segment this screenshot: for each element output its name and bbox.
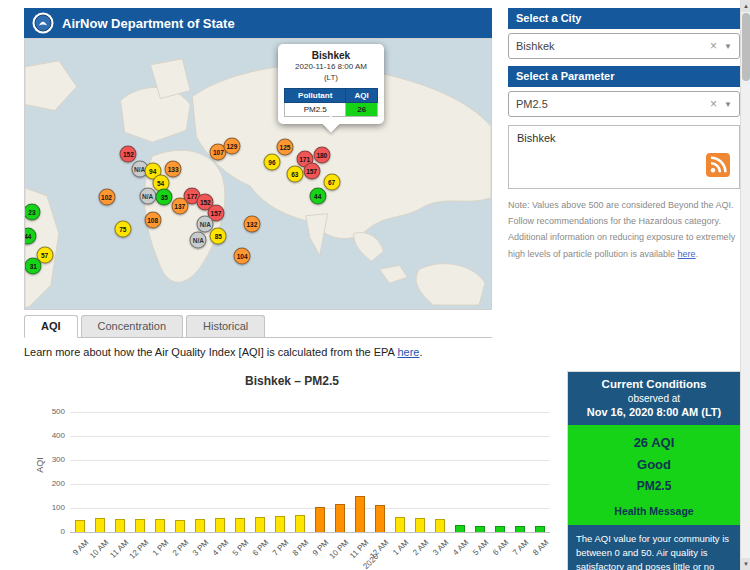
page-scrollbar[interactable]: ▲ ▼ bbox=[740, 0, 750, 570]
chart-bar[interactable] bbox=[435, 519, 445, 532]
aqi-map-marker[interactable]: N/A bbox=[190, 232, 207, 249]
aqi-map-marker[interactable]: 137 bbox=[171, 198, 188, 215]
city-select[interactable]: Bishkek × ▼ bbox=[508, 33, 740, 59]
x-tick-label: 11 PM bbox=[348, 538, 370, 560]
page-title: AirNow Department of State bbox=[62, 16, 235, 31]
x-tick-label: 5 AM bbox=[471, 538, 490, 557]
parameter-select-value: PM2.5 bbox=[516, 98, 710, 110]
chart-bar[interactable] bbox=[535, 526, 545, 532]
chart-bar[interactable] bbox=[235, 518, 245, 532]
chart-bar[interactable] bbox=[115, 519, 125, 532]
aqi-map-marker[interactable]: 152 bbox=[120, 145, 137, 162]
x-tick-label: 1 AM bbox=[391, 538, 410, 557]
aqi-map-marker[interactable]: 44 bbox=[309, 187, 326, 204]
chart-bar[interactable] bbox=[215, 518, 225, 532]
aqi-map-marker[interactable]: 108 bbox=[144, 211, 161, 228]
x-tick-label: 11 AM bbox=[108, 538, 130, 560]
popup-aqi-table: Pollutant AQI PM2.5 26 bbox=[284, 88, 378, 117]
y-gridline bbox=[70, 436, 550, 437]
aqi-map-marker[interactable]: 133 bbox=[165, 160, 182, 177]
aqi-map-marker[interactable]: 63 bbox=[286, 166, 303, 183]
aqi-map-marker[interactable]: 104 bbox=[234, 248, 251, 265]
scroll-down-icon[interactable]: ▼ bbox=[741, 558, 750, 570]
y-tick-label: 200 bbox=[52, 479, 65, 488]
tab-aqi[interactable]: AQI bbox=[24, 315, 78, 338]
tab-concentration[interactable]: Concentration bbox=[81, 315, 184, 337]
y-gridline bbox=[70, 412, 550, 413]
chart-bar[interactable] bbox=[95, 518, 105, 532]
chart-bar[interactable] bbox=[355, 496, 365, 532]
chart-bar[interactable] bbox=[415, 518, 425, 532]
x-tick-label: 7 AM bbox=[511, 538, 530, 557]
y-gridline bbox=[70, 508, 550, 509]
rss-icon[interactable] bbox=[706, 153, 730, 177]
chart-bar[interactable] bbox=[335, 504, 345, 532]
chart-bar[interactable] bbox=[395, 517, 405, 532]
x-tick-label: 4 AM bbox=[451, 538, 470, 557]
chart-plot: 01002003004005009 AM10 AM11 AM12 PM1 PM2… bbox=[70, 400, 550, 532]
y-gridline bbox=[70, 460, 550, 461]
scrollbar-thumb[interactable] bbox=[742, 13, 750, 81]
chart-bar[interactable] bbox=[495, 526, 505, 532]
epa-link[interactable]: here bbox=[397, 346, 419, 358]
x-tick-label: 3 AM bbox=[431, 538, 450, 557]
popup-city: Bishkek bbox=[284, 50, 378, 61]
chart-title: Bishkek – PM2.5 bbox=[24, 368, 560, 388]
aqi-map-marker[interactable]: 35 bbox=[156, 188, 173, 205]
x-tick-label: 1 PM bbox=[151, 538, 171, 558]
observed-datetime: Nov 16, 2020 8:00 AM (LT) bbox=[572, 406, 736, 418]
learn-more-text: Learn more about how the Air Quality Ind… bbox=[24, 346, 492, 358]
clear-icon[interactable]: × bbox=[710, 97, 717, 111]
tab-historical[interactable]: Historical bbox=[186, 315, 265, 337]
clear-icon[interactable]: × bbox=[710, 39, 717, 53]
x-tick-label: 2 AM bbox=[411, 538, 430, 557]
parameter-select[interactable]: PM2.5 × ▼ bbox=[508, 91, 740, 117]
aqi-map-marker[interactable]: 67 bbox=[323, 174, 340, 191]
x-axis-year-label: 2020 bbox=[361, 552, 380, 570]
chart-bar[interactable] bbox=[515, 526, 525, 532]
aqi-map-marker[interactable]: 102 bbox=[98, 188, 115, 205]
aqi-map-marker[interactable]: 125 bbox=[277, 139, 294, 156]
chart-bar[interactable] bbox=[195, 519, 205, 532]
y-axis-label: AQI bbox=[35, 457, 45, 473]
aqi-map-marker[interactable]: 132 bbox=[243, 215, 260, 232]
chart-bar[interactable] bbox=[275, 516, 285, 532]
chart-bar[interactable] bbox=[455, 525, 465, 532]
chart-bar[interactable] bbox=[375, 505, 385, 532]
chart-bar[interactable] bbox=[155, 519, 165, 532]
world-map[interactable]: 23445731152N/A9413354N/A3510275108177137… bbox=[24, 38, 492, 310]
x-tick-label: 6 PM bbox=[251, 538, 271, 558]
y-gridline bbox=[70, 484, 550, 485]
chart-bar[interactable] bbox=[475, 526, 485, 532]
chart-bar[interactable] bbox=[175, 520, 185, 532]
x-tick-label: 8 AM bbox=[531, 538, 550, 557]
chart-bar[interactable] bbox=[75, 520, 85, 532]
chart-bar[interactable] bbox=[255, 517, 265, 532]
note-suffix: . bbox=[696, 249, 699, 259]
chevron-down-icon[interactable]: ▼ bbox=[724, 100, 732, 109]
aqi-map-marker[interactable]: 96 bbox=[263, 153, 280, 170]
chart-bar[interactable] bbox=[135, 519, 145, 532]
scroll-up-icon[interactable]: ▲ bbox=[741, 0, 750, 12]
aqi-map-marker[interactable]: 129 bbox=[223, 137, 240, 154]
select-parameter-header: Select a Parameter bbox=[508, 66, 740, 87]
aqi-map-marker[interactable]: 157 bbox=[303, 163, 320, 180]
chart-bar[interactable] bbox=[295, 515, 305, 532]
y-tick-label: 0 bbox=[61, 527, 65, 536]
aqi-map-marker[interactable]: 180 bbox=[313, 147, 330, 164]
aqi-map-marker[interactable]: 75 bbox=[114, 221, 131, 238]
aqi-map-marker[interactable]: 23 bbox=[24, 203, 40, 220]
popup-col-aqi: AQI bbox=[346, 88, 378, 102]
chevron-down-icon[interactable]: ▼ bbox=[724, 42, 732, 51]
aqi-map-marker[interactable]: 44 bbox=[24, 228, 36, 245]
aqi-map-marker[interactable]: N/A bbox=[139, 187, 156, 204]
note-link[interactable]: here bbox=[678, 249, 696, 259]
aqi-map-marker[interactable]: 85 bbox=[210, 228, 227, 245]
aqi-status-block: 26 AQI Good PM2.5 Health Message bbox=[568, 425, 740, 525]
aqi-map-marker[interactable]: 31 bbox=[25, 257, 42, 274]
x-tick-label: 5 PM bbox=[231, 538, 251, 558]
current-conditions-panel: Current Conditions observed at Nov 16, 2… bbox=[568, 372, 740, 570]
chart-bar[interactable] bbox=[315, 507, 325, 532]
x-tick-label: 12 PM bbox=[128, 538, 151, 561]
aqi-category: Good bbox=[572, 457, 736, 472]
